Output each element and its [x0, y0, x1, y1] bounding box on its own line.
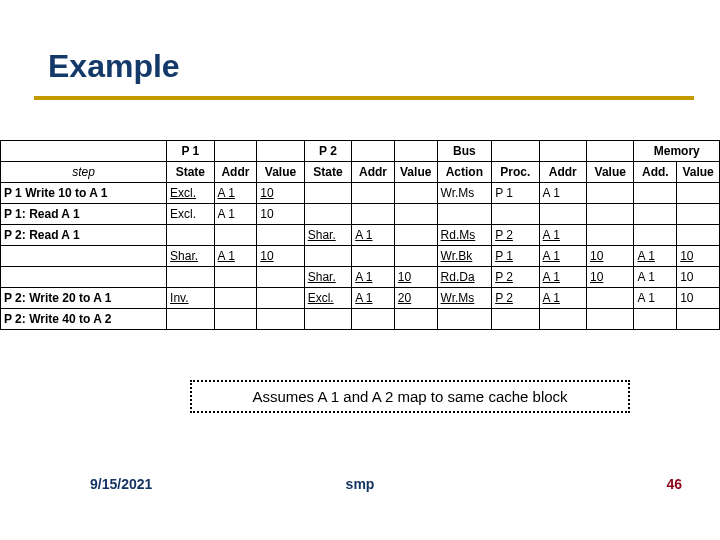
- cell: [352, 183, 395, 204]
- cell: [634, 309, 677, 330]
- cell: [167, 267, 214, 288]
- data-row: P 2: Write 40 to A 2: [1, 309, 720, 330]
- hdr-p1-state: State: [167, 162, 214, 183]
- cell: A 1: [352, 225, 395, 246]
- cell: [677, 183, 720, 204]
- cell: [214, 225, 257, 246]
- cell: P 2: Write 20 to A 1: [1, 288, 167, 309]
- cell: [394, 246, 437, 267]
- cell: Inv.: [167, 288, 214, 309]
- cell: [214, 288, 257, 309]
- hdr-p1-value: Value: [257, 162, 304, 183]
- cell: P 1: [492, 183, 539, 204]
- cell: [587, 183, 634, 204]
- data-row: P 1: Read A 1Excl.A 110: [1, 204, 720, 225]
- cell: [394, 204, 437, 225]
- cell: A 1: [214, 204, 257, 225]
- slide: Example P 1 P 2 Bus Memory step State Ad…: [0, 0, 720, 540]
- hdr-p1-addr: Addr: [214, 162, 257, 183]
- cell: P 2: Read A 1: [1, 225, 167, 246]
- cell: 20: [394, 288, 437, 309]
- cell: 10: [677, 246, 720, 267]
- cell: [304, 246, 351, 267]
- cell: [634, 183, 677, 204]
- cell: A 1: [214, 183, 257, 204]
- cell: 10: [677, 267, 720, 288]
- footer-center: smp: [0, 476, 720, 492]
- cell: A 1: [214, 246, 257, 267]
- cell: [304, 309, 351, 330]
- cell: Shar.: [304, 225, 351, 246]
- cell: [257, 309, 304, 330]
- slide-title: Example: [48, 48, 180, 85]
- cell: 10: [257, 183, 304, 204]
- cell: Wr.Ms: [437, 183, 492, 204]
- cell: [587, 288, 634, 309]
- cell: A 1: [539, 267, 586, 288]
- hdr-p1: P 1: [167, 141, 214, 162]
- data-row: P 2: Read A 1Shar.A 1Rd.MsP 2A 1: [1, 225, 720, 246]
- footer-page: 46: [666, 476, 682, 492]
- hdr-p2-value: Value: [394, 162, 437, 183]
- cell: [587, 225, 634, 246]
- cell: [587, 309, 634, 330]
- cell: [304, 183, 351, 204]
- cell: A 1: [539, 288, 586, 309]
- header-row-1: P 1 P 2 Bus Memory: [1, 141, 720, 162]
- header-row-2: step State Addr Value State Addr Value A…: [1, 162, 720, 183]
- hdr-bus-action: Action: [437, 162, 492, 183]
- hdr-bus: Bus: [437, 141, 492, 162]
- cell: Shar.: [167, 246, 214, 267]
- hdr-p2-addr: Addr: [352, 162, 395, 183]
- cell: [539, 309, 586, 330]
- cell: Wr.Bk: [437, 246, 492, 267]
- cell: [634, 204, 677, 225]
- cell: Excl.: [167, 183, 214, 204]
- cell: [492, 309, 539, 330]
- cell: A 1: [352, 288, 395, 309]
- cell: P 2: [492, 288, 539, 309]
- data-row: Shar.A 110Wr.BkP 1A 110A 110: [1, 246, 720, 267]
- data-row: Shar.A 110Rd.DaP 2A 110A 110: [1, 267, 720, 288]
- cell: [167, 225, 214, 246]
- cell: [394, 183, 437, 204]
- hdr-mem-addr: Add.: [634, 162, 677, 183]
- cell: [167, 309, 214, 330]
- cell: 10: [587, 267, 634, 288]
- cell: [539, 204, 586, 225]
- cell: [214, 267, 257, 288]
- hdr-mem-value: Value: [677, 162, 720, 183]
- cell: [492, 204, 539, 225]
- cell: [437, 204, 492, 225]
- cell: [394, 309, 437, 330]
- hdr-p2: P 2: [304, 141, 351, 162]
- cell: Shar.: [304, 267, 351, 288]
- cell: [587, 204, 634, 225]
- data-row: P 1 Write 10 to A 1Excl.A 110Wr.MsP 1A 1: [1, 183, 720, 204]
- data-row: P 2: Write 20 to A 1Inv.Excl.A 120Wr.MsP…: [1, 288, 720, 309]
- cell: [437, 309, 492, 330]
- cell: Rd.Ms: [437, 225, 492, 246]
- cell: 10: [257, 246, 304, 267]
- cell: [257, 288, 304, 309]
- cell: A 1: [634, 288, 677, 309]
- cell: [677, 204, 720, 225]
- cell: 10: [677, 288, 720, 309]
- cell: [1, 246, 167, 267]
- hdr-p2-state: State: [304, 162, 351, 183]
- cell: A 1: [539, 183, 586, 204]
- cell: A 1: [539, 246, 586, 267]
- cell: P 1 Write 10 to A 1: [1, 183, 167, 204]
- cell: [214, 309, 257, 330]
- cell: [257, 267, 304, 288]
- cell: [677, 309, 720, 330]
- cell: P 2: [492, 225, 539, 246]
- cell: A 1: [634, 246, 677, 267]
- cell: 10: [587, 246, 634, 267]
- hdr-bus-addr: Addr: [539, 162, 586, 183]
- hdr-bus-value: Value: [587, 162, 634, 183]
- hdr-step: step: [1, 162, 167, 183]
- cell: A 1: [634, 267, 677, 288]
- assumption-box: Assumes A 1 and A 2 map to same cache bl…: [190, 380, 630, 413]
- cell: Excl.: [167, 204, 214, 225]
